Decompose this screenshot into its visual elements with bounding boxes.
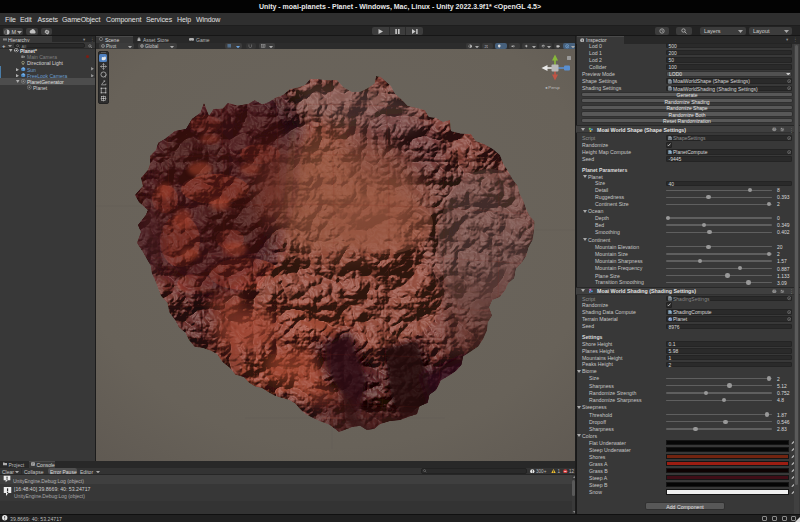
svg-text:?: ? [773, 289, 775, 293]
svg-text:?: ? [773, 127, 775, 131]
